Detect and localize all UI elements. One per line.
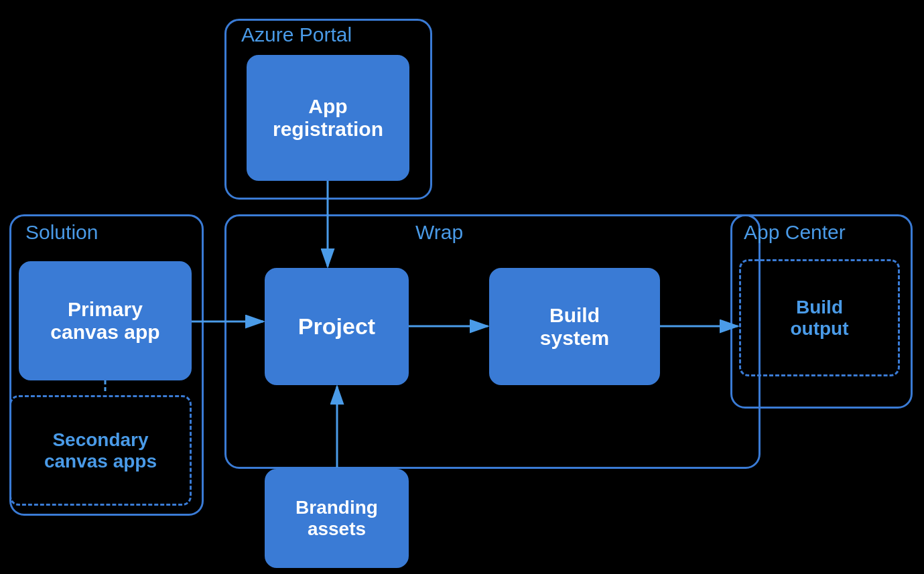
azure-portal-label: Azure Portal — [241, 23, 352, 46]
project-label: Project — [298, 313, 375, 340]
solution-label: Solution — [25, 221, 98, 244]
build-system-box: Build system — [489, 268, 660, 385]
branding-assets-box: Branding assets — [265, 469, 409, 568]
project-box: Project — [265, 268, 409, 385]
branding-assets-label: Branding assets — [295, 497, 378, 540]
diagram-container: Azure Portal App registration Solution P… — [0, 0, 924, 574]
build-output-box: Build output — [739, 259, 900, 376]
build-output-label: Build output — [790, 297, 848, 340]
build-system-label: Build system — [540, 304, 609, 350]
app-registration-box: App registration — [247, 55, 409, 181]
wrap-label: Wrap — [415, 221, 463, 244]
secondary-canvas-apps-box: Secondary canvas apps — [9, 395, 192, 506]
app-registration-label: App registration — [273, 95, 383, 141]
primary-canvas-app-label: Primary canvas app — [50, 298, 159, 344]
secondary-canvas-apps-label: Secondary canvas apps — [44, 429, 157, 472]
primary-canvas-app-box: Primary canvas app — [19, 261, 192, 380]
app-center-label: App Center — [744, 221, 846, 244]
